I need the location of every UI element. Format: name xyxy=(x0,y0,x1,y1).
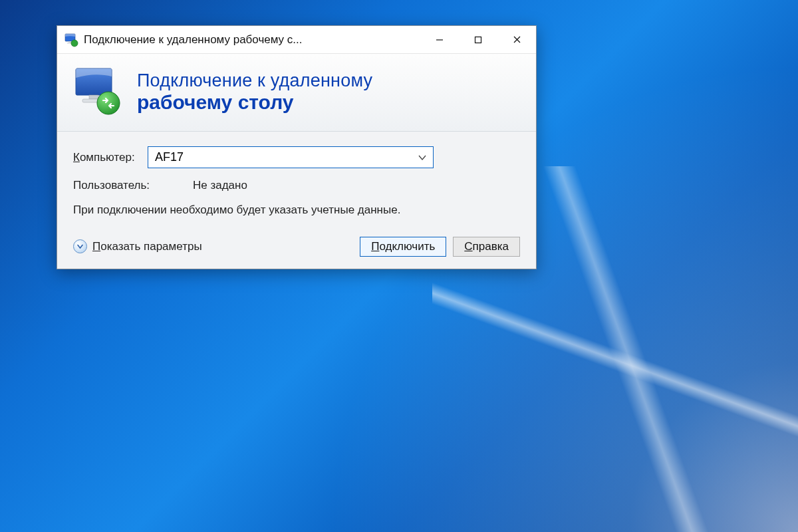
computer-input[interactable] xyxy=(148,147,412,168)
window-title: Подключение к удаленному рабочему с... xyxy=(84,33,420,47)
chevron-down-icon[interactable] xyxy=(412,153,433,162)
expand-down-icon xyxy=(73,239,87,253)
svg-point-3 xyxy=(71,40,78,47)
rdp-window: Подключение к удаленному рабочему с... xyxy=(57,25,537,269)
connect-button[interactable]: Подключить xyxy=(360,237,446,257)
svg-rect-9 xyxy=(89,95,98,99)
svg-point-11 xyxy=(97,92,120,114)
banner-title-line2: рабочему столу xyxy=(137,91,372,114)
computer-combobox[interactable] xyxy=(148,146,434,168)
maximize-button[interactable] xyxy=(459,26,497,53)
rdp-banner-icon xyxy=(72,66,124,118)
computer-label: Компьютер: xyxy=(73,151,148,164)
credentials-info: При подключении необходимо будет указать… xyxy=(73,203,419,218)
user-value: Не задано xyxy=(193,179,247,192)
titlebar[interactable]: Подключение к удаленному рабочему с... xyxy=(57,26,536,54)
close-button[interactable] xyxy=(497,26,536,53)
show-options-toggle[interactable]: Показать параметры xyxy=(73,239,202,253)
svg-rect-5 xyxy=(475,37,481,43)
dialog-body: Компьютер: Пользователь: Не задано При п… xyxy=(57,132,536,269)
user-label: Пользователь: xyxy=(73,179,173,192)
minimize-button[interactable] xyxy=(420,26,459,53)
rdp-app-icon xyxy=(64,33,78,47)
help-button[interactable]: Справка xyxy=(453,237,520,257)
banner-title-line1: Подключение к удаленному xyxy=(137,70,372,91)
banner: Подключение к удаленному рабочему столу xyxy=(57,54,536,132)
